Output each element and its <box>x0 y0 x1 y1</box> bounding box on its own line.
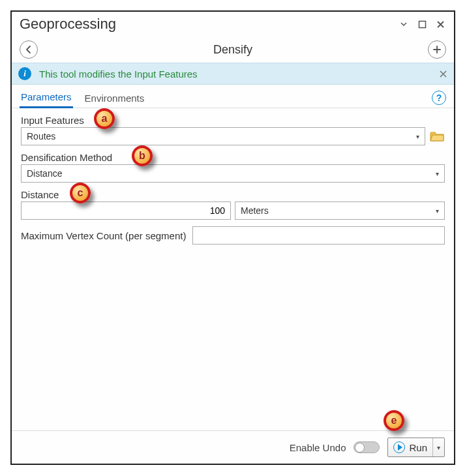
add-button[interactable] <box>428 40 446 59</box>
input-features-value: Routes <box>27 131 55 141</box>
info-message: This tool modifies the Input Features <box>39 68 431 80</box>
run-dropdown-caret[interactable]: ▾ <box>432 438 440 456</box>
geoprocessing-panel: Geoprocessing Densify <box>10 10 455 465</box>
distance-unit-dropdown[interactable]: Meters ▾ <box>235 201 445 220</box>
tab-environments[interactable]: Environments <box>83 90 146 108</box>
help-button[interactable]: ? <box>432 91 446 105</box>
tab-row: Parameters Environments ? <box>12 85 454 108</box>
distance-unit-value: Meters <box>241 205 269 216</box>
info-close-icon[interactable] <box>439 70 447 78</box>
chevron-down-icon: ▾ <box>436 170 439 177</box>
max-vertex-label: Maximum Vertex Count (per segment) <box>21 230 186 241</box>
footer: e Enable Undo Run ▾ <box>12 430 454 464</box>
callout-b: b <box>132 145 153 166</box>
play-icon <box>393 441 405 453</box>
back-button[interactable] <box>20 40 38 59</box>
info-icon: i <box>18 67 31 80</box>
maximize-icon[interactable] <box>416 18 428 30</box>
callout-a: a <box>94 108 115 129</box>
method-label: Densification Method <box>21 152 445 163</box>
tool-name: Densify <box>38 43 428 57</box>
tool-header: Densify <box>12 35 454 63</box>
enable-undo-label: Enable Undo <box>290 442 346 453</box>
titlebar: Geoprocessing <box>12 12 454 35</box>
panel-title: Geoprocessing <box>20 16 398 33</box>
tab-parameters[interactable]: Parameters <box>20 89 73 108</box>
run-label: Run <box>409 442 427 453</box>
enable-undo-toggle[interactable] <box>354 441 380 453</box>
toggle-knob <box>355 443 365 453</box>
callout-e: e <box>384 410 404 431</box>
chevron-down-icon: ▾ <box>416 133 419 140</box>
method-value: Distance <box>27 168 62 179</box>
info-bar: i This tool modifies the Input Features <box>12 63 454 85</box>
parameters-form: Input Features a Routes ▾ D <box>12 108 454 430</box>
run-button[interactable]: Run ▾ <box>387 438 445 457</box>
browse-folder-icon[interactable] <box>429 130 445 143</box>
svg-rect-0 <box>419 21 425 27</box>
max-vertex-input[interactable] <box>192 226 445 245</box>
method-dropdown[interactable]: Distance ▾ <box>21 164 445 183</box>
chevron-down-icon: ▾ <box>436 207 439 215</box>
collapse-icon[interactable] <box>398 18 410 30</box>
close-icon[interactable] <box>434 18 446 30</box>
window-controls <box>398 18 446 30</box>
distance-input[interactable] <box>21 201 231 220</box>
input-features-label: Input Features <box>21 115 445 126</box>
callout-c: c <box>70 183 91 203</box>
input-features-dropdown[interactable]: Routes ▾ <box>21 127 425 145</box>
